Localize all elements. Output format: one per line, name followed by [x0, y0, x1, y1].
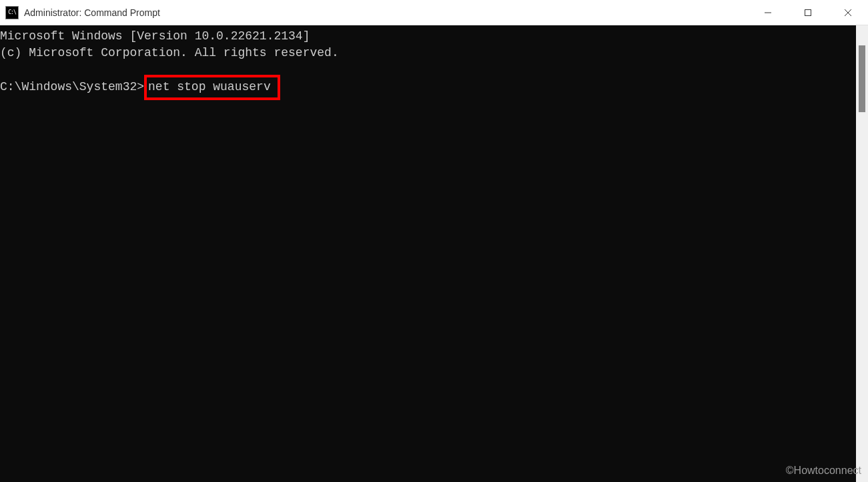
watermark-text: ©Howtoconnect — [786, 465, 861, 477]
prompt-line: C:\Windows\System32>net stop wuauserv — [0, 75, 856, 99]
typed-command: net stop wuauserv — [148, 80, 271, 93]
prompt-path: C:\Windows\System32> — [0, 79, 144, 95]
scrollbar-thumb[interactable] — [859, 45, 865, 112]
command-highlight: net stop wuauserv — [144, 75, 280, 99]
window-title: Administrator: Command Prompt — [24, 7, 748, 18]
maximize-button[interactable] — [788, 0, 828, 25]
close-icon — [844, 9, 852, 17]
titlebar[interactable]: C:\ Administrator: Command Prompt — [0, 0, 868, 25]
maximize-icon — [804, 9, 812, 17]
minimize-button[interactable] — [748, 0, 788, 25]
terminal-line-version: Microsoft Windows [Version 10.0.22621.21… — [0, 28, 856, 45]
svg-rect-1 — [805, 9, 811, 15]
vertical-scrollbar[interactable] — [856, 25, 868, 482]
terminal-line-copyright: (c) Microsoft Corporation. All rights re… — [0, 45, 856, 61]
close-button[interactable] — [828, 0, 868, 25]
cmd-icon-text: C:\ — [8, 9, 15, 15]
window-controls — [748, 0, 868, 25]
cmd-icon: C:\ — [5, 6, 19, 19]
terminal-container: Microsoft Windows [Version 10.0.22621.21… — [0, 25, 868, 482]
minimize-icon — [764, 9, 772, 17]
command-prompt-window: C:\ Administrator: Command Prompt Micros… — [0, 0, 868, 482]
terminal-output[interactable]: Microsoft Windows [Version 10.0.22621.21… — [0, 25, 856, 482]
